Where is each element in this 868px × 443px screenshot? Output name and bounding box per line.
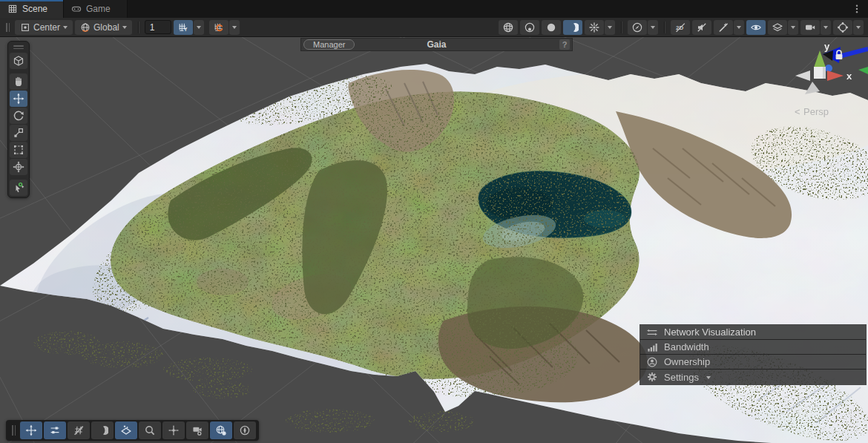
tool-rotate[interactable]	[10, 108, 27, 124]
grid-axis-dropdown[interactable]	[194, 20, 204, 35]
filled-circle-icon	[545, 22, 557, 33]
tool-move[interactable]	[10, 91, 27, 107]
bottom-toolbar-drag-handle[interactable]	[9, 425, 19, 436]
tab-scene[interactable]: Scene	[0, 0, 64, 18]
tab-game-label: Game	[86, 4, 111, 14]
camera-view-button[interactable]	[800, 20, 820, 35]
projection-toggle[interactable]: < Persp	[795, 106, 829, 117]
effects-dropdown[interactable]	[734, 20, 744, 35]
layers-button[interactable]	[768, 20, 787, 35]
bar-chart-icon	[646, 341, 658, 353]
flare-effects-dropdown[interactable]	[605, 20, 615, 35]
scene-camera-settings-button[interactable]	[628, 20, 647, 35]
audio-toggle[interactable]	[692, 20, 711, 35]
grid-magnet-icon	[214, 22, 224, 33]
move-icon	[25, 424, 37, 436]
orientation-mode-label: Global	[93, 22, 119, 33]
orientation-gizmo[interactable]: y x < Persp	[775, 41, 868, 122]
tab-options-menu[interactable]	[846, 0, 868, 18]
gaia-help-button[interactable]: ?	[559, 39, 570, 50]
effects-toggle[interactable]	[714, 20, 733, 35]
grid-axis-icon: Y	[178, 22, 188, 33]
gizmo-sphere-icon	[837, 22, 849, 33]
chevron-down-icon	[122, 26, 127, 31]
bbar-compass-button[interactable]	[234, 421, 256, 439]
tab-game[interactable]: Game	[64, 0, 128, 18]
tool-rect[interactable]	[10, 142, 27, 158]
bbar-move-button[interactable]	[20, 421, 42, 439]
tool-transform[interactable]	[10, 159, 27, 175]
magnifier-icon	[144, 424, 156, 436]
scene-visibility-toggle[interactable]	[746, 20, 766, 35]
hand-icon	[13, 76, 24, 88]
compass-icon	[631, 22, 643, 33]
projection-label: Persp	[803, 106, 829, 117]
bbar-search-button[interactable]	[139, 421, 161, 439]
crescent-moon-icon	[96, 424, 108, 436]
camera-view-dropdown[interactable]	[821, 20, 831, 35]
gaia-window-bar: Gaia Manager ?	[300, 38, 573, 51]
grid-snap-axis-button[interactable]: Y	[174, 20, 193, 35]
tool-scale[interactable]	[10, 125, 27, 141]
bbar-terrain-button[interactable]	[115, 421, 137, 439]
gaia-manager-button[interactable]: Manager	[303, 39, 355, 50]
snap-increment-button[interactable]	[209, 20, 228, 35]
2d-slash-icon: 2D	[674, 22, 686, 33]
eye-icon	[750, 22, 762, 33]
grid-size-input[interactable]	[145, 20, 171, 34]
network-grip-icon	[646, 326, 658, 338]
night-mode-button[interactable]	[563, 20, 582, 35]
bbar-grid-toggle-button[interactable]	[68, 421, 90, 439]
2d-mode-toggle[interactable]: 2D	[671, 20, 690, 35]
unity-editor-window: Scene Game Center Global Y	[0, 0, 868, 443]
snap-increment-dropdown[interactable]	[229, 20, 240, 35]
tab-scene-label: Scene	[22, 4, 47, 14]
effects-slash-icon	[717, 22, 729, 33]
svg-text:Y: Y	[184, 27, 188, 32]
rect-tool-icon	[13, 144, 24, 156]
skybox-toggle-button[interactable]	[542, 20, 561, 35]
compass-needle-icon	[239, 424, 251, 436]
network-panel-header[interactable]: Network Visualization	[640, 325, 866, 340]
scene-viewport[interactable]: y x < Persp Gaia Manager ?	[0, 37, 868, 443]
lit-mode-button[interactable]	[520, 20, 539, 35]
view-tab-bar: Scene Game	[0, 0, 868, 18]
center-cross-icon	[168, 424, 180, 436]
kebab-menu-icon	[852, 4, 862, 14]
terrain-diamond-icon	[120, 424, 132, 436]
hash-slash-icon	[73, 424, 85, 436]
tool-custom[interactable]	[10, 180, 27, 196]
pivot-icon	[20, 22, 30, 33]
gizmos-button[interactable]	[833, 20, 852, 35]
bbar-frame-center-button[interactable]	[162, 421, 185, 439]
cube-icon	[13, 55, 24, 67]
bbar-night-mode-button[interactable]	[91, 421, 114, 439]
chevron-down-icon	[737, 26, 741, 31]
chevron-down-icon	[232, 26, 237, 31]
shaded-mode-button[interactable]	[499, 20, 518, 35]
chevron-down-icon	[791, 26, 795, 31]
toolbar-separator	[138, 22, 139, 33]
orientation-mode-dropdown[interactable]: Global	[75, 20, 132, 35]
bbar-settings-sliders-button[interactable]	[44, 421, 66, 439]
move-icon	[13, 93, 24, 105]
bbar-world-settings-button[interactable]	[210, 421, 232, 439]
projection-arrow-icon: <	[795, 106, 800, 117]
toolbar-drag-handle[interactable]	[3, 23, 13, 32]
bbar-camera-record-button[interactable]	[186, 421, 208, 439]
network-item-ownership[interactable]: Ownership	[640, 355, 866, 370]
flare-effects-button[interactable]	[585, 20, 604, 35]
tool-view-hand[interactable]	[10, 73, 27, 90]
chevron-down-icon	[608, 26, 612, 31]
tool-editor-cube[interactable]	[10, 53, 27, 69]
gizmos-dropdown[interactable]	[853, 20, 864, 35]
flare-icon	[588, 22, 600, 33]
layers-dropdown[interactable]	[788, 20, 798, 35]
network-item-settings[interactable]: Settings	[640, 370, 866, 384]
network-item-bandwidth[interactable]: Bandwidth	[640, 340, 866, 355]
axis-x-label: x	[846, 70, 852, 82]
scene-camera-settings-dropdown[interactable]	[648, 20, 658, 35]
tools-drag-handle[interactable]	[13, 43, 24, 52]
axis-cones[interactable]: y x	[795, 41, 852, 94]
pivot-mode-dropdown[interactable]: Center	[15, 20, 73, 35]
